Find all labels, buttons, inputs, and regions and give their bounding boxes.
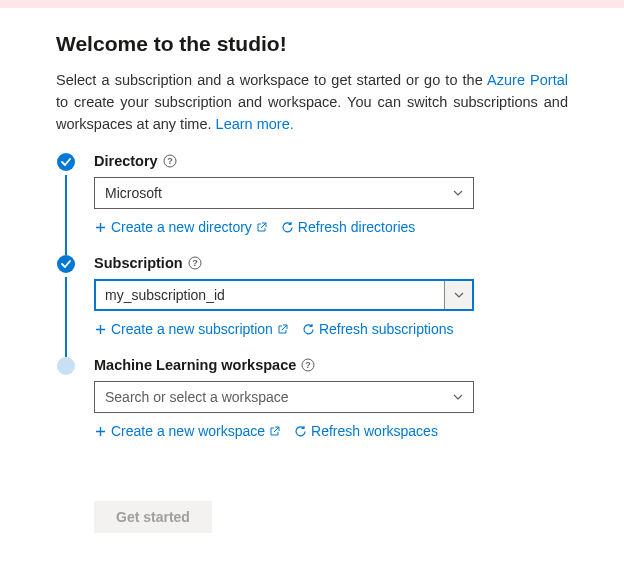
chevron-down-icon (443, 178, 473, 208)
directory-actions: Create a new directory Refresh directori… (94, 219, 568, 235)
chevron-down-icon (443, 382, 473, 412)
step-indicator (56, 255, 76, 337)
external-link-icon (256, 222, 267, 233)
create-directory-link[interactable]: Create a new directory (94, 219, 267, 235)
intro-text: Select a subscription and a workspace to… (56, 70, 568, 135)
workspace-select[interactable]: Search or select a workspace (94, 381, 474, 413)
step-indicator (56, 357, 76, 439)
page-title: Welcome to the studio! (56, 32, 568, 56)
step-complete-icon (57, 153, 75, 171)
plus-icon (94, 323, 107, 336)
directory-label-text: Directory (94, 153, 158, 169)
refresh-subscriptions-text: Refresh subscriptions (319, 321, 454, 337)
top-accent-bar (0, 0, 624, 8)
step-indicator (56, 153, 76, 235)
refresh-workspaces-text: Refresh workspaces (311, 423, 438, 439)
plus-icon (94, 221, 107, 234)
refresh-icon (302, 323, 315, 336)
svg-text:?: ? (167, 156, 173, 166)
intro-before: Select a subscription and a workspace to… (56, 72, 487, 88)
chevron-down-icon (444, 281, 472, 309)
step-connector (65, 175, 67, 255)
intro-mid: to create your subscription and workspac… (56, 94, 568, 132)
subscription-actions: Create a new subscription Refresh subscr… (94, 321, 568, 337)
create-subscription-text: Create a new subscription (111, 321, 273, 337)
directory-value: Microsoft (105, 185, 162, 201)
svg-text:?: ? (192, 258, 198, 268)
info-icon[interactable]: ? (301, 358, 315, 372)
workspace-actions: Create a new workspace Refresh workspace… (94, 423, 568, 439)
step-pending-icon (57, 357, 75, 375)
info-icon[interactable]: ? (163, 154, 177, 168)
workspace-label-text: Machine Learning workspace (94, 357, 296, 373)
workspace-label: Machine Learning workspace ? (94, 357, 568, 373)
step-connector (65, 277, 67, 357)
external-link-icon (269, 426, 280, 437)
step-directory: Directory ? Microsoft Create a new direc… (56, 153, 568, 255)
refresh-directories-link[interactable]: Refresh directories (281, 219, 416, 235)
refresh-directories-text: Refresh directories (298, 219, 416, 235)
refresh-icon (281, 221, 294, 234)
subscription-label: Subscription ? (94, 255, 568, 271)
directory-select[interactable]: Microsoft (94, 177, 474, 209)
create-workspace-text: Create a new workspace (111, 423, 265, 439)
step-body: Machine Learning workspace ? Search or s… (76, 357, 568, 439)
step-complete-icon (57, 255, 75, 273)
subscription-select[interactable]: my_subscription_id (94, 279, 474, 311)
create-directory-text: Create a new directory (111, 219, 252, 235)
subscription-label-text: Subscription (94, 255, 183, 271)
info-icon[interactable]: ? (188, 256, 202, 270)
step-subscription: Subscription ? my_subscription_id Create… (56, 255, 568, 357)
step-body: Directory ? Microsoft Create a new direc… (76, 153, 568, 235)
refresh-subscriptions-link[interactable]: Refresh subscriptions (302, 321, 454, 337)
directory-label: Directory ? (94, 153, 568, 169)
azure-portal-link[interactable]: Azure Portal (487, 72, 568, 88)
get-started-button[interactable]: Get started (94, 501, 212, 533)
create-subscription-link[interactable]: Create a new subscription (94, 321, 288, 337)
create-workspace-link[interactable]: Create a new workspace (94, 423, 280, 439)
refresh-workspaces-link[interactable]: Refresh workspaces (294, 423, 438, 439)
workspace-placeholder: Search or select a workspace (105, 389, 289, 405)
learn-more-link[interactable]: Learn more. (216, 116, 294, 132)
main-container: Welcome to the studio! Select a subscrip… (0, 8, 624, 533)
plus-icon (94, 425, 107, 438)
external-link-icon (277, 324, 288, 335)
step-workspace: Machine Learning workspace ? Search or s… (56, 357, 568, 459)
step-body: Subscription ? my_subscription_id Create… (76, 255, 568, 337)
svg-text:?: ? (306, 360, 312, 370)
subscription-value: my_subscription_id (105, 287, 225, 303)
refresh-icon (294, 425, 307, 438)
footer: Get started (56, 501, 568, 533)
